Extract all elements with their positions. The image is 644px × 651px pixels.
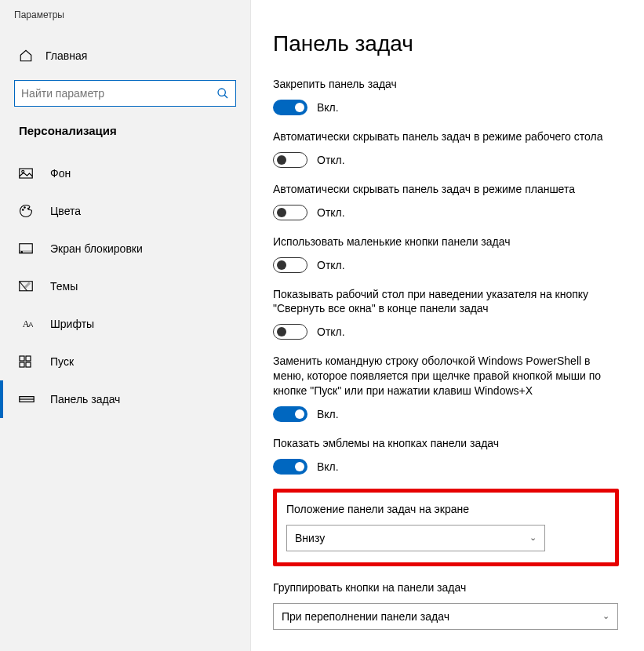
setting-label: Использовать маленькие кнопки панели зад… (273, 235, 619, 249)
dropdown-value: При переполнении панели задач (282, 610, 449, 623)
search-input[interactable] (14, 80, 236, 107)
sidebar-item-start[interactable]: Пуск (0, 343, 250, 380)
svg-rect-2 (20, 169, 33, 178)
category-heading: Персонализация (0, 107, 250, 145)
setting-small-buttons: Использовать маленькие кнопки панели зад… (273, 235, 619, 273)
sidebar-item-label: Шрифты (50, 318, 94, 330)
home-icon (19, 49, 33, 63)
svg-point-0 (218, 89, 225, 96)
toggle-peek-desktop[interactable] (273, 324, 307, 340)
search-icon (216, 87, 229, 100)
setting-powershell: Заменить командную строку оболочкой Wind… (273, 354, 619, 422)
setting-combine-buttons: Группировать кнопки на панели задач При … (273, 580, 619, 630)
home-label: Главная (45, 49, 87, 62)
sidebar-item-label: Пуск (50, 355, 74, 368)
sidebar-item-taskbar[interactable]: Панель задач (0, 380, 250, 418)
sidebar-item-themes[interactable]: Темы (0, 267, 250, 305)
window-title: Параметры (0, 0, 250, 24)
toggle-badges[interactable] (273, 459, 307, 475)
toggle-state-label: Вкл. (317, 408, 339, 420)
svg-point-4 (23, 209, 24, 211)
chevron-down-icon: ⌄ (602, 611, 609, 621)
setting-label: Показывать рабочий стол при наведении ук… (273, 287, 619, 317)
toggle-state-label: Вкл. (317, 460, 339, 473)
svg-point-6 (27, 208, 29, 209)
palette-icon (19, 204, 36, 218)
sidebar-item-label: Панель задач (50, 393, 120, 406)
svg-line-1 (224, 95, 227, 98)
setting-label: Показать эмблемы на кнопках панели задач (273, 436, 619, 451)
svg-rect-13 (20, 362, 24, 367)
sidebar-item-label: Экран блокировки (50, 242, 143, 255)
setting-label: Положение панели задач на экране (286, 502, 606, 517)
setting-autohide-tablet: Автоматически скрывать панель задач в ре… (273, 182, 619, 220)
picture-icon (19, 168, 36, 179)
setting-label: Автоматически скрывать панель задач в ре… (273, 129, 619, 144)
setting-badges: Показать эмблемы на кнопках панели задач… (273, 436, 619, 475)
taskbar-position-dropdown[interactable]: Внизу ⌄ (286, 525, 545, 551)
toggle-lock-taskbar[interactable] (273, 100, 307, 115)
sidebar-item-label: Темы (50, 280, 78, 293)
svg-rect-14 (26, 362, 31, 367)
fonts-icon: AA (19, 318, 36, 330)
toggle-state-label: Откл. (317, 154, 345, 166)
svg-point-9 (21, 251, 23, 253)
setting-peek-desktop: Показывать рабочий стол при наведении ук… (273, 287, 619, 340)
toggle-autohide-desktop[interactable] (273, 152, 307, 168)
home-nav[interactable]: Главная (0, 42, 250, 69)
combine-buttons-dropdown[interactable]: При переполнении панели задач ⌄ (273, 603, 618, 630)
setting-lock-taskbar: Закрепить панель задач Вкл. (273, 77, 619, 115)
nav-list: Фон Цвета Экран блокировки Темы AA Шрифт… (0, 155, 250, 418)
setting-label: Заменить командную строку оболочкой Wind… (273, 354, 619, 398)
toggle-state-label: Вкл. (317, 101, 339, 114)
svg-point-5 (24, 207, 26, 209)
setting-label: Автоматически скрывать панель задач в ре… (273, 182, 619, 197)
taskbar-icon (19, 395, 36, 403)
sidebar-item-fonts[interactable]: AA Шрифты (0, 305, 250, 343)
setting-autohide-desktop: Автоматически скрывать панель задач в ре… (273, 129, 619, 168)
setting-label: Группировать кнопки на панели задач (273, 580, 619, 595)
chevron-down-icon: ⌄ (529, 533, 537, 543)
sidebar-item-colors[interactable]: Цвета (0, 192, 250, 230)
svg-rect-11 (20, 356, 24, 361)
toggle-state-label: Откл. (317, 326, 345, 338)
toggle-state-label: Откл. (317, 206, 345, 219)
search-field[interactable] (21, 87, 216, 100)
sidebar-item-lockscreen[interactable]: Экран блокировки (0, 230, 250, 267)
main-content: Панель задач Закрепить панель задач Вкл.… (251, 0, 644, 651)
search-container (14, 80, 236, 107)
sidebar-item-background[interactable]: Фон (0, 155, 250, 192)
page-title: Панель задач (273, 31, 619, 56)
dropdown-value: Внизу (295, 532, 325, 544)
toggle-state-label: Откл. (317, 259, 345, 271)
sidebar-item-label: Фон (50, 167, 71, 180)
themes-icon (19, 281, 36, 293)
toggle-small-buttons[interactable] (273, 257, 307, 273)
sidebar: Параметры Главная Персонализация Фон Цве… (0, 0, 251, 651)
lockscreen-icon (19, 243, 36, 255)
highlighted-setting: Положение панели задач на экране Внизу ⌄ (273, 489, 619, 566)
start-icon (19, 355, 36, 368)
svg-rect-12 (26, 356, 31, 361)
setting-label: Закрепить панель задач (273, 77, 619, 92)
toggle-powershell[interactable] (273, 406, 307, 422)
toggle-autohide-tablet[interactable] (273, 205, 307, 220)
sidebar-item-label: Цвета (50, 205, 81, 217)
